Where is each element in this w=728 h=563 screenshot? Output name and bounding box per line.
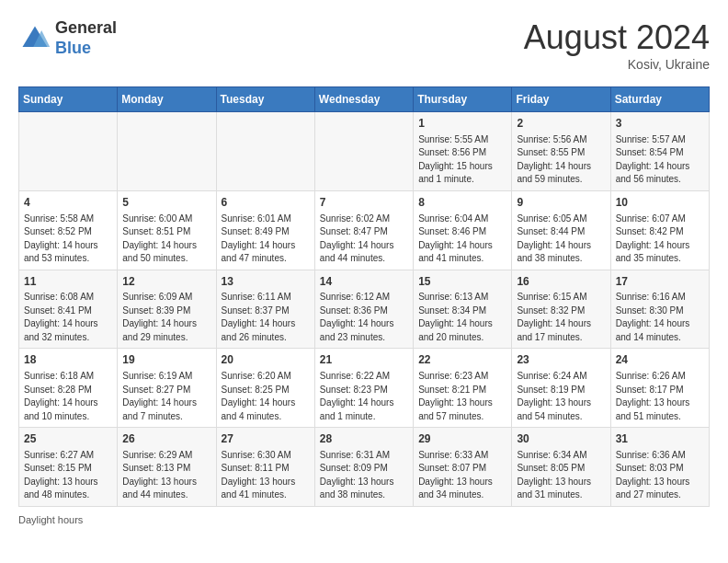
calendar-day-1: 1Sunrise: 5:55 AM Sunset: 8:56 PM Daylig…	[414, 112, 512, 191]
day-info: Sunrise: 6:18 AM Sunset: 8:28 PM Dayligh…	[24, 370, 112, 423]
day-header-saturday: Saturday	[610, 87, 709, 112]
day-number: 26	[122, 431, 210, 447]
day-info: Sunrise: 5:55 AM Sunset: 8:56 PM Dayligh…	[418, 133, 506, 187]
calendar-week-row: 25Sunrise: 6:27 AM Sunset: 8:15 PM Dayli…	[19, 428, 710, 507]
day-info: Sunrise: 6:20 AM Sunset: 8:25 PM Dayligh…	[222, 370, 310, 423]
day-number: 29	[418, 431, 506, 447]
calendar-day-12: 12Sunrise: 6:09 AM Sunset: 8:39 PM Dayli…	[118, 270, 216, 349]
calendar-day-29: 29Sunrise: 6:33 AM Sunset: 8:07 PM Dayli…	[414, 428, 512, 507]
day-number: 11	[24, 274, 112, 290]
calendar-day-24: 24Sunrise: 6:26 AM Sunset: 8:17 PM Dayli…	[610, 349, 709, 428]
calendar-week-row: 18Sunrise: 6:18 AM Sunset: 8:28 PM Dayli…	[19, 349, 710, 428]
day-info: Sunrise: 6:24 AM Sunset: 8:19 PM Dayligh…	[517, 370, 605, 423]
day-number: 22	[418, 352, 506, 368]
day-number: 15	[418, 274, 506, 290]
month-year: August 2024	[524, 18, 710, 57]
calendar-day-5: 5Sunrise: 6:00 AM Sunset: 8:51 PM Daylig…	[118, 190, 216, 270]
day-number: 5	[122, 195, 210, 211]
day-number: 12	[122, 274, 210, 290]
calendar-day-22: 22Sunrise: 6:23 AM Sunset: 8:21 PM Dayli…	[414, 349, 512, 428]
calendar-day-3: 3Sunrise: 5:57 AM Sunset: 8:54 PM Daylig…	[610, 112, 709, 191]
day-number: 21	[320, 352, 408, 368]
calendar-day-9: 9Sunrise: 6:05 AM Sunset: 8:44 PM Daylig…	[512, 190, 610, 270]
calendar-day-2: 2Sunrise: 5:56 AM Sunset: 8:55 PM Daylig…	[512, 112, 610, 191]
day-info: Sunrise: 6:09 AM Sunset: 8:39 PM Dayligh…	[122, 291, 210, 344]
day-info: Sunrise: 6:01 AM Sunset: 8:49 PM Dayligh…	[222, 213, 310, 266]
title-block: August 2024 Kosiv, Ukraine	[524, 18, 710, 72]
day-info: Sunrise: 6:33 AM Sunset: 8:07 PM Dayligh…	[418, 449, 506, 502]
logo-blue: Blue	[55, 39, 117, 59]
day-info: Sunrise: 6:36 AM Sunset: 8:03 PM Dayligh…	[616, 449, 704, 502]
calendar-day-13: 13Sunrise: 6:11 AM Sunset: 8:37 PM Dayli…	[216, 270, 314, 349]
calendar-day-21: 21Sunrise: 6:22 AM Sunset: 8:23 PM Dayli…	[314, 349, 413, 428]
day-info: Sunrise: 5:57 AM Sunset: 8:54 PM Dayligh…	[616, 133, 704, 187]
calendar-day-30: 30Sunrise: 6:34 AM Sunset: 8:05 PM Dayli…	[512, 428, 610, 507]
day-number: 20	[222, 352, 310, 368]
day-number: 10	[616, 195, 704, 211]
day-info: Sunrise: 6:23 AM Sunset: 8:21 PM Dayligh…	[418, 370, 506, 423]
calendar-empty-cell	[314, 112, 413, 191]
day-header-sunday: Sunday	[19, 87, 118, 112]
calendar-day-19: 19Sunrise: 6:19 AM Sunset: 8:27 PM Dayli…	[118, 349, 216, 428]
day-header-wednesday: Wednesday	[314, 87, 413, 112]
calendar-table: SundayMondayTuesdayWednesdayThursdayFrid…	[18, 86, 710, 507]
calendar-week-row: 4Sunrise: 5:58 AM Sunset: 8:52 PM Daylig…	[19, 190, 710, 270]
day-number: 6	[222, 195, 310, 211]
day-number: 8	[418, 195, 506, 211]
day-number: 16	[517, 274, 605, 290]
day-info: Sunrise: 5:56 AM Sunset: 8:55 PM Dayligh…	[517, 133, 605, 187]
calendar-day-11: 11Sunrise: 6:08 AM Sunset: 8:41 PM Dayli…	[19, 270, 118, 349]
day-number: 31	[616, 431, 704, 447]
calendar-day-16: 16Sunrise: 6:15 AM Sunset: 8:32 PM Dayli…	[512, 270, 610, 349]
day-info: Sunrise: 6:13 AM Sunset: 8:34 PM Dayligh…	[418, 291, 506, 344]
calendar-day-6: 6Sunrise: 6:01 AM Sunset: 8:49 PM Daylig…	[216, 190, 314, 270]
page-header: General Blue August 2024 Kosiv, Ukraine	[18, 18, 710, 72]
day-number: 25	[24, 431, 112, 447]
day-info: Sunrise: 6:26 AM Sunset: 8:17 PM Dayligh…	[616, 370, 704, 423]
calendar-day-23: 23Sunrise: 6:24 AM Sunset: 8:19 PM Dayli…	[512, 349, 610, 428]
logo-text: General Blue	[55, 18, 117, 58]
calendar-day-31: 31Sunrise: 6:36 AM Sunset: 8:03 PM Dayli…	[610, 428, 709, 507]
day-info: Sunrise: 6:07 AM Sunset: 8:42 PM Dayligh…	[616, 213, 704, 266]
calendar-day-28: 28Sunrise: 6:31 AM Sunset: 8:09 PM Dayli…	[314, 428, 413, 507]
day-number: 4	[24, 195, 112, 211]
day-info: Sunrise: 5:58 AM Sunset: 8:52 PM Dayligh…	[24, 213, 112, 266]
day-info: Sunrise: 6:05 AM Sunset: 8:44 PM Dayligh…	[517, 213, 605, 266]
day-info: Sunrise: 6:22 AM Sunset: 8:23 PM Dayligh…	[320, 370, 408, 423]
day-number: 18	[24, 352, 112, 368]
day-number: 14	[320, 274, 408, 290]
location: Kosiv, Ukraine	[524, 57, 710, 72]
day-number: 19	[122, 352, 210, 368]
day-number: 1	[418, 116, 506, 132]
day-number: 7	[320, 195, 408, 211]
calendar-day-14: 14Sunrise: 6:12 AM Sunset: 8:36 PM Dayli…	[314, 270, 413, 349]
calendar-day-17: 17Sunrise: 6:16 AM Sunset: 8:30 PM Dayli…	[610, 270, 709, 349]
day-info: Sunrise: 6:11 AM Sunset: 8:37 PM Dayligh…	[222, 291, 310, 344]
calendar-day-4: 4Sunrise: 5:58 AM Sunset: 8:52 PM Daylig…	[19, 190, 118, 270]
calendar-day-7: 7Sunrise: 6:02 AM Sunset: 8:47 PM Daylig…	[314, 190, 413, 270]
day-info: Sunrise: 6:15 AM Sunset: 8:32 PM Dayligh…	[517, 291, 605, 344]
footer-note: Daylight hours	[18, 514, 710, 525]
calendar-header-row: SundayMondayTuesdayWednesdayThursdayFrid…	[19, 87, 710, 112]
day-number: 2	[517, 116, 605, 132]
day-info: Sunrise: 6:29 AM Sunset: 8:13 PM Dayligh…	[122, 449, 210, 502]
day-info: Sunrise: 6:08 AM Sunset: 8:41 PM Dayligh…	[24, 291, 112, 344]
calendar-week-row: 1Sunrise: 5:55 AM Sunset: 8:56 PM Daylig…	[19, 112, 710, 191]
day-number: 9	[517, 195, 605, 211]
calendar-day-10: 10Sunrise: 6:07 AM Sunset: 8:42 PM Dayli…	[610, 190, 709, 270]
calendar-day-18: 18Sunrise: 6:18 AM Sunset: 8:28 PM Dayli…	[19, 349, 118, 428]
day-number: 23	[517, 352, 605, 368]
day-info: Sunrise: 6:31 AM Sunset: 8:09 PM Dayligh…	[320, 449, 408, 502]
day-number: 3	[616, 116, 704, 132]
day-number: 27	[222, 431, 310, 447]
logo-general: General	[55, 18, 117, 39]
day-number: 30	[517, 431, 605, 447]
calendar-day-8: 8Sunrise: 6:04 AM Sunset: 8:46 PM Daylig…	[414, 190, 512, 270]
day-number: 28	[320, 431, 408, 447]
day-number: 13	[222, 274, 310, 290]
day-info: Sunrise: 6:30 AM Sunset: 8:11 PM Dayligh…	[222, 449, 310, 502]
logo-icon	[18, 22, 51, 55]
day-info: Sunrise: 6:12 AM Sunset: 8:36 PM Dayligh…	[320, 291, 408, 344]
day-info: Sunrise: 6:27 AM Sunset: 8:15 PM Dayligh…	[24, 449, 112, 502]
day-header-tuesday: Tuesday	[216, 87, 314, 112]
